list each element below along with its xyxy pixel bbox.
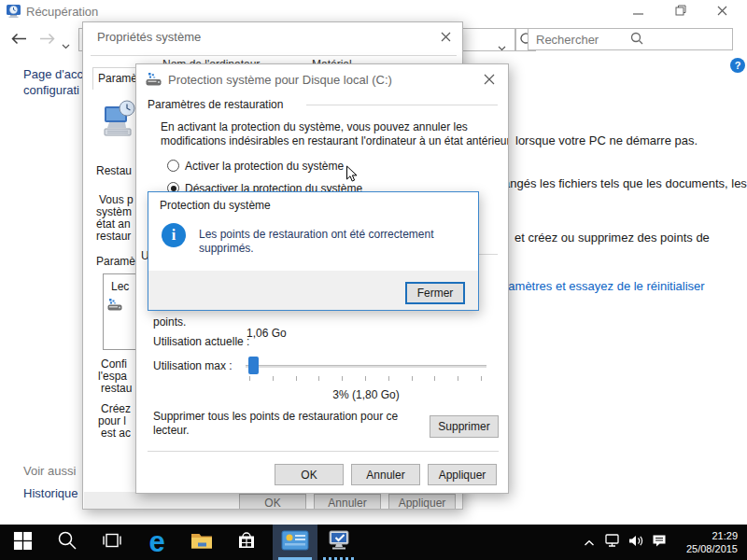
search-icon — [57, 530, 78, 554]
mouse-cursor — [345, 165, 358, 187]
usage-current-label: Utilisation actuelle : — [153, 335, 249, 349]
desktop: Récupération — [0, 0, 747, 560]
sysprops-apply-button[interactable]: Appliquer — [388, 494, 456, 510]
protection-description-line2: modifications indésirables en restaurant… — [161, 134, 509, 148]
tab-system-protection[interactable]: Paramèt — [92, 67, 141, 90]
system-restore-icon — [102, 99, 137, 144]
content-fragment: lorsque votre PC ne démarre pas. — [515, 133, 698, 148]
protection-message-box: Protection du système i Les points de re… — [148, 191, 479, 311]
task-view-icon — [102, 531, 122, 553]
chevron-up-icon — [584, 534, 595, 551]
usage-current-value: 1,06 Go — [247, 327, 287, 341]
restore-button[interactable] — [667, 0, 695, 21]
protection-description-line1: En activant la protection du système, vo… — [161, 120, 468, 134]
see-also-label: Voir aussi — [23, 463, 76, 479]
sysprops-ok-button[interactable]: OK — [239, 494, 306, 510]
usage-slider-thumb[interactable] — [248, 357, 259, 374]
recovery-window-title: Récupération — [26, 4, 98, 20]
content-fragment: angés les fichiers tels que les document… — [503, 175, 747, 191]
close-icon[interactable] — [434, 27, 457, 46]
info-icon: i — [162, 223, 186, 247]
sysprops-fragment: est ac — [101, 427, 131, 441]
help-icon[interactable]: ? — [730, 58, 745, 73]
search-icon[interactable] — [630, 32, 725, 48]
folder-icon — [190, 531, 213, 553]
search-placeholder: Rechercher — [536, 33, 630, 47]
delete-points-text-line1: Supprimer tous les points de restauratio… — [153, 410, 398, 424]
clock-time: 21:29 — [654, 529, 738, 542]
nav-home-link-line2[interactable]: configurati — [23, 82, 79, 98]
message-box-title: Protection du système — [160, 199, 271, 213]
ok-button[interactable]: OK — [275, 464, 344, 485]
forward-icon[interactable] — [39, 32, 55, 49]
message-line2: supprimés. — [199, 242, 254, 256]
tray-chevron-button[interactable] — [579, 525, 599, 560]
network-icon — [604, 533, 622, 552]
network-tray-button[interactable] — [601, 525, 624, 560]
sysprops-fragment: Restau — [96, 164, 132, 178]
delete-button[interactable]: Supprimer — [430, 415, 499, 438]
file-explorer-taskbar-icon[interactable] — [179, 525, 224, 560]
drive-icon — [146, 72, 164, 91]
recovery-app-icon — [6, 4, 22, 22]
recent-pages-chevron-icon[interactable] — [62, 36, 70, 53]
slider-ticks — [249, 376, 483, 381]
task-view-button[interactable] — [90, 525, 134, 560]
volume-tray-button[interactable] — [624, 525, 648, 560]
reset-pc-link[interactable]: ramètres et essayez de le réinitialiser — [504, 278, 705, 294]
points-fragment: points. — [153, 315, 186, 329]
store-taskbar-icon[interactable] — [224, 525, 269, 560]
close-window-icon[interactable] — [708, 0, 736, 21]
clock-date: 25/08/2015 — [654, 542, 738, 555]
radio-enable-protection[interactable] — [167, 160, 179, 172]
close-icon[interactable] — [478, 70, 500, 89]
message-line1: Les points de restauration ont été corre… — [199, 228, 433, 242]
address-chevron-icon[interactable] — [498, 38, 506, 55]
radio-enable-label[interactable]: Activer la protection du système — [185, 160, 344, 174]
history-link[interactable]: Historique — [23, 485, 78, 501]
back-icon[interactable] — [11, 32, 27, 49]
fermer-button[interactable]: Fermer — [405, 282, 465, 304]
drive-icon — [107, 299, 126, 315]
search-input[interactable]: Rechercher — [528, 28, 733, 50]
control-panel-icon — [281, 530, 309, 554]
cancel-button[interactable]: Annuler — [351, 464, 420, 485]
taskbar-clock[interactable]: 21:29 25/08/2015 — [654, 529, 738, 555]
start-button[interactable] — [0, 525, 45, 560]
taskbar: e — [0, 525, 747, 560]
windows-logo-icon — [13, 531, 33, 554]
restore-settings-group-label: Paramètres de restauration — [148, 98, 283, 112]
sysprops-cancel-button[interactable]: Annuler — [314, 494, 381, 510]
delete-points-text-line2: lecteur. — [153, 424, 190, 438]
usage-max-label: Utilisation max : — [153, 359, 233, 373]
control-panel-taskbar-icon[interactable] — [273, 525, 317, 560]
content-fragment: et créez ou supprimez des points de — [514, 230, 710, 245]
edge-taskbar-icon[interactable]: e — [134, 525, 179, 560]
store-bag-icon — [236, 530, 257, 554]
sysprops-fragment: Paramè — [96, 255, 135, 269]
nav-home-link[interactable]: Page d'acc — [23, 66, 83, 82]
sysprops-fragment: restaur — [96, 230, 131, 244]
taskbar-search-button[interactable] — [45, 525, 90, 560]
system-restore-taskbar-icon[interactable] — [317, 525, 362, 560]
apply-button[interactable]: Appliquer — [428, 464, 497, 485]
edge-icon: e — [148, 528, 164, 556]
usage-slider-track[interactable] — [246, 365, 486, 368]
speaker-icon — [627, 534, 644, 552]
system-properties-title: Propriétés système — [97, 30, 201, 44]
usage-slider-value: 3% (1,80 Go) — [246, 388, 486, 402]
system-restore-app-icon — [328, 529, 352, 555]
protection-dialog-title: Protection système pour Disque local (C:… — [168, 73, 392, 87]
minimize-button[interactable] — [624, 0, 652, 21]
sysprops-fragment: restau — [101, 382, 132, 396]
